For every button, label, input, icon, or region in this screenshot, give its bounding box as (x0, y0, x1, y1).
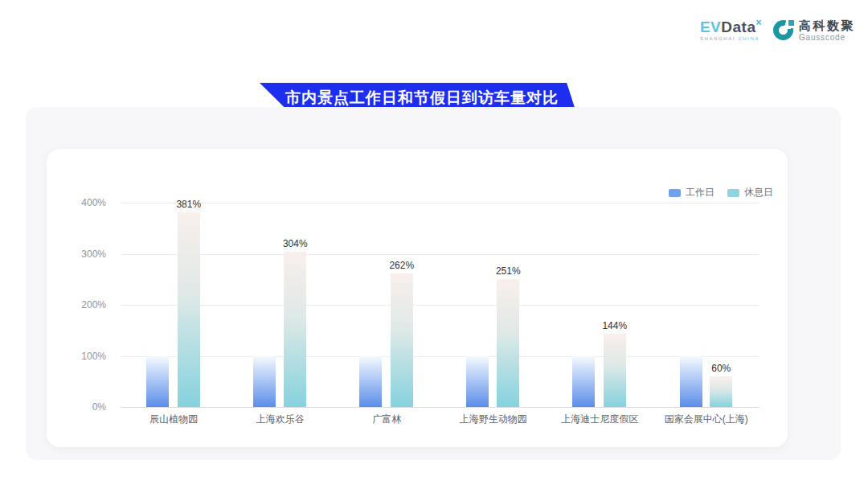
data-label: 60% (711, 363, 731, 374)
bar-workday-上海野生动物园[interactable] (466, 356, 489, 408)
x-axis-label: 上海野生动物园 (460, 413, 527, 426)
chart-card: 工作日休息日 400%300%200%100%0% 381%辰山植物园304%上… (47, 149, 788, 447)
bar-workday-上海迪士尼度假区[interactable] (572, 356, 595, 408)
y-axis-tick: 0% (47, 401, 106, 413)
legend-label: 休息日 (744, 186, 773, 199)
gausscode-logo: 高科数聚 Gausscode (773, 19, 855, 42)
bar-restday-广富林[interactable] (391, 273, 413, 407)
x-axis-line (121, 407, 760, 408)
y-axis-tick: 300% (47, 249, 106, 260)
page-title: 市内景点工作日和节假日到访车量对比 (277, 88, 559, 109)
category-group: 144%上海迪士尼度假区 (547, 203, 653, 407)
bar-wrap: 381% (176, 199, 201, 407)
evdata-ev-text: EV (700, 18, 721, 35)
bar-restday-上海迪士尼度假区[interactable] (604, 334, 626, 407)
bar-workday-上海欢乐谷[interactable] (253, 356, 276, 408)
bar-wrap: 144% (602, 320, 627, 407)
bar-wrap: 262% (389, 260, 414, 407)
y-axis: 400%300%200%100%0% (47, 203, 106, 407)
header-logos: EVData× SHANGHAI CHINA 高科数聚 Gausscode (700, 19, 855, 42)
y-axis-tick: 100% (47, 351, 106, 362)
bar-workday-广富林[interactable] (359, 356, 382, 408)
evdata-logo: EVData× SHANGHAI CHINA (700, 19, 762, 41)
chart-legend: 工作日休息日 (669, 186, 773, 199)
category-group: 262%广富林 (334, 203, 440, 407)
evdata-subtext-china: CHINA (738, 36, 760, 41)
data-label: 262% (389, 260, 414, 271)
category-group: 381%辰山植物园 (121, 203, 227, 407)
evdata-data-text: Data (721, 18, 755, 35)
gausscode-en-name: Gausscode (799, 33, 855, 42)
bar-restday-上海野生动物园[interactable] (497, 279, 519, 407)
legend-swatch (727, 189, 739, 197)
evdata-subtext: SHANGHAI CHINA (700, 36, 762, 41)
bar-wrap: 304% (283, 238, 308, 407)
y-axis-tick: 200% (47, 299, 106, 310)
bar-groups: 381%辰山植物园304%上海欢乐谷262%广富林251%上海野生动物园144%… (121, 203, 760, 407)
x-axis-label: 上海迪士尼度假区 (561, 413, 638, 426)
chart-panel: 工作日休息日 400%300%200%100%0% 381%辰山植物园304%上… (26, 107, 841, 460)
data-label: 251% (496, 265, 521, 277)
x-axis-label: 辰山植物园 (149, 413, 198, 426)
x-axis-label: 上海欢乐谷 (256, 413, 305, 426)
bar-wrap: 60% (710, 363, 732, 407)
x-axis-label: 国家会展中心(上海) (665, 413, 748, 426)
bar-wrap: 251% (496, 265, 521, 407)
bar-wrap (359, 356, 382, 408)
evdata-subtext-shanghai: SHANGHAI (700, 36, 735, 41)
data-label: 144% (602, 320, 627, 331)
plot-area: 381%辰山植物园304%上海欢乐谷262%广富林251%上海野生动物园144%… (121, 203, 760, 407)
gausscode-square-shape (788, 20, 794, 26)
bar-workday-国家会展中心(上海)[interactable] (680, 356, 702, 408)
legend-item-workday[interactable]: 工作日 (669, 186, 714, 199)
bar-restday-国家会展中心(上海)[interactable] (710, 376, 732, 407)
bar-wrap (253, 356, 276, 408)
bar-workday-辰山植物园[interactable] (146, 356, 169, 408)
category-group: 60%国家会展中心(上海) (653, 203, 760, 407)
category-group: 251%上海野生动物园 (440, 203, 547, 407)
evdata-logo-text: EVData× (700, 19, 762, 35)
data-label: 304% (283, 238, 308, 249)
legend-swatch (669, 189, 681, 197)
evdata-x-mark-icon: × (755, 17, 762, 28)
bar-restday-辰山植物园[interactable] (178, 212, 200, 407)
gausscode-logo-text: 高科数聚 Gausscode (799, 19, 855, 42)
gausscode-ring-icon (773, 20, 793, 40)
bar-wrap (466, 356, 489, 408)
x-axis-label: 广富林 (372, 413, 401, 426)
legend-item-restday[interactable]: 休息日 (727, 186, 773, 199)
bar-wrap (572, 356, 595, 408)
category-group: 304%上海欢乐谷 (227, 203, 334, 407)
data-label: 381% (176, 199, 201, 210)
bar-wrap (146, 356, 169, 408)
legend-label: 工作日 (686, 186, 714, 199)
y-axis-tick: 400% (47, 197, 106, 208)
bar-wrap (680, 356, 702, 408)
bar-restday-上海欢乐谷[interactable] (284, 252, 306, 407)
gausscode-cn-name: 高科数聚 (799, 19, 855, 33)
